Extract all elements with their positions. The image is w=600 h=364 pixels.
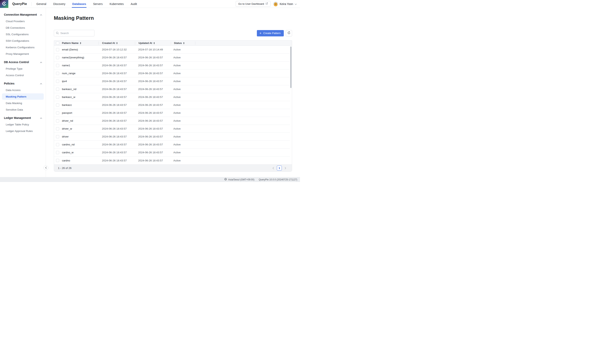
row-checkbox[interactable] [56, 135, 59, 138]
cell-updated-at: 2024-06-26 18:43:57 [135, 80, 170, 83]
sidebar-section-title: DB Access Control [4, 61, 29, 64]
nav-tab-databases[interactable]: Databases [72, 0, 86, 8]
row-checkbox[interactable] [56, 151, 59, 154]
cell-status: Active [170, 135, 195, 138]
select-all-checkbox[interactable] [56, 42, 59, 45]
next-page-button[interactable] [284, 166, 287, 170]
cell-updated-at: 2024-06-26 18:43:57 [135, 135, 170, 138]
cell-created-at: 2024-06-26 18:43:57 [99, 103, 135, 106]
row-checkbox[interactable] [56, 127, 59, 130]
sidebar-item-sensitive-data[interactable]: Sensitive Data [2, 106, 44, 113]
table-row-cardno-w[interactable]: cardno_w2024-06-26 18:43:572024-06-26 18… [54, 149, 290, 157]
refresh-icon [287, 31, 291, 35]
row-checkbox-cell [54, 143, 62, 146]
cell-created-at: 2024-06-26 18:43:57 [99, 64, 135, 67]
cell-created-at: 2024-06-26 18:43:57 [99, 127, 135, 130]
table-scrollbar-thumb[interactable] [290, 47, 291, 88]
table-row-cardno-nd[interactable]: cardno_nd2024-06-26 18:43:572024-06-26 1… [54, 141, 290, 149]
page-number-button[interactable]: 1 [277, 166, 282, 170]
row-checkbox[interactable] [56, 143, 59, 146]
cell-created-at: 2024-06-26 18:43:57 [99, 95, 135, 99]
cell-status: Active [170, 159, 195, 162]
row-checkbox[interactable] [56, 119, 59, 122]
cell-status: Active [170, 64, 195, 67]
masking-pattern-table: Pattern Name Created At Updated At [54, 40, 292, 172]
sidebar-item-ssh-configurations[interactable]: SSH Configurations [2, 37, 44, 44]
sidebar-section-header-db-access-control[interactable]: DB Access Control [0, 59, 46, 65]
table-row-cardno[interactable]: cardno2024-06-26 18:43:572024-06-26 18:4… [54, 157, 290, 164]
table-row-bankacc-w[interactable]: bankacc_w2024-06-26 18:43:572024-06-26 1… [54, 93, 290, 101]
sidebar-item-db-connections[interactable]: DB Connections [2, 25, 44, 31]
sidebar-item-cloud-providers[interactable]: Cloud Providers [2, 18, 44, 24]
row-checkbox[interactable] [56, 111, 59, 114]
table-row-email-demo[interactable]: email (Demo)2024-07-16 10:12:322024-07-1… [54, 46, 290, 54]
row-checkbox[interactable] [56, 56, 59, 59]
timezone-indicator: Asia/Seoul (GMT+09:00) [224, 178, 254, 181]
nav-tab-discovery[interactable]: Discovery [53, 0, 66, 8]
nav-tab-general[interactable]: General [36, 0, 47, 8]
cell-pattern-name: cardno_nd [62, 143, 99, 146]
row-checkbox[interactable] [56, 159, 59, 162]
column-header-created-at[interactable]: Created At [99, 42, 135, 45]
go-to-user-dashboard-button[interactable]: Go to User Dashboard [236, 1, 271, 7]
querypie-logo[interactable] [0, 0, 8, 8]
table-row-ipv4[interactable]: ipv42024-06-26 18:43:572024-06-26 18:43:… [54, 77, 290, 85]
cell-created-at: 2024-06-26 18:43:57 [99, 72, 135, 75]
column-header-pattern-name[interactable]: Pattern Name [62, 42, 99, 45]
search-input[interactable] [54, 30, 94, 37]
sidebar-item-privilege-type[interactable]: Privilege Type [2, 65, 44, 72]
cell-status: Active [170, 143, 195, 146]
sidebar-item-ledger-approval-rules[interactable]: Ledger Approval Rules [2, 128, 44, 134]
sidebar-item-data-access[interactable]: Data Access [2, 87, 44, 93]
refresh-button[interactable] [286, 30, 292, 37]
nav-tab-servers[interactable]: Servers [93, 0, 103, 8]
row-checkbox[interactable] [56, 103, 59, 107]
table-row-bankacc[interactable]: bankacc2024-06-26 18:43:572024-06-26 18:… [54, 101, 290, 109]
timezone-label: Asia/Seoul (GMT+09:00) [228, 178, 254, 181]
row-checkbox[interactable] [56, 95, 59, 99]
row-checkbox[interactable] [56, 88, 59, 91]
table-row-driver[interactable]: driver2024-06-26 18:43:572024-06-26 18:4… [54, 133, 290, 141]
nav-tab-audit[interactable]: Audit [130, 0, 137, 8]
user-menu[interactable]: Keira Yoon [273, 1, 297, 6]
create-pattern-label: Create Pattern [263, 32, 281, 35]
row-checkbox[interactable] [56, 80, 59, 83]
column-header-updated-at[interactable]: Updated At [135, 42, 171, 45]
table-row-driver-nd[interactable]: driver_nd2024-06-26 18:43:572024-06-26 1… [54, 117, 290, 125]
table-footer: 1 - 26 of 26 1 [54, 164, 292, 171]
sidebar-item-ledger-table-policy[interactable]: Ledger Table Policy [2, 121, 44, 128]
sidebar-item-masking-pattern[interactable]: Masking Pattern [2, 93, 44, 100]
table-row-passport[interactable]: passport2024-06-26 18:43:572024-06-26 18… [54, 109, 290, 117]
nav-tab-kubernetes[interactable]: Kubernetes [109, 0, 124, 8]
sidebar-section-header-policies[interactable]: Policies [0, 80, 46, 87]
sidebar-section-header-ledger-management[interactable]: Ledger Management [0, 115, 46, 121]
querypie-logo-icon [2, 1, 7, 7]
external-link-icon [266, 2, 268, 5]
cell-status: Active [170, 127, 195, 130]
row-checkbox[interactable] [56, 72, 59, 75]
sidebar-item-data-masking[interactable]: Data Masking [2, 100, 44, 106]
cell-created-at: 2024-06-26 18:43:57 [99, 151, 135, 154]
sidebar-section-header-connection-management[interactable]: Connection Management [0, 11, 46, 18]
cell-created-at: 2024-06-26 18:43:57 [99, 135, 135, 138]
sidebar-item-kerberos-configurations[interactable]: Kerberos Configurations [2, 44, 44, 50]
cell-created-at: 2024-06-26 18:43:57 [99, 80, 135, 83]
table-row-bankacc-nd[interactable]: bankacc_nd2024-06-26 18:43:572024-06-26 … [54, 85, 290, 93]
table-row-num-range[interactable]: num_range2024-06-26 18:43:572024-06-26 1… [54, 69, 290, 77]
sidebar-item-ssl-configurations[interactable]: SSL Configurations [2, 31, 44, 37]
sidebar-item-proxy-management[interactable]: Proxy Management [2, 51, 44, 57]
row-checkbox[interactable] [56, 48, 59, 51]
create-pattern-button[interactable]: + Create Pattern [257, 30, 284, 37]
sidebar-collapse-button[interactable] [44, 165, 48, 170]
column-header-status[interactable]: Status [171, 42, 195, 45]
table-row-driver-w[interactable]: driver_w2024-06-26 18:43:572024-06-26 18… [54, 125, 290, 133]
primary-nav-tabs: GeneralDiscoveryDatabasesServersKubernet… [36, 0, 143, 8]
row-checkbox[interactable] [56, 64, 59, 67]
sort-icon [183, 42, 184, 44]
table-row-name2-everything[interactable]: name2(everything)2024-06-26 18:43:572024… [54, 54, 290, 62]
sidebar-item-access-control[interactable]: Access Control [2, 72, 44, 78]
version-label: QueryPie 10.0.0 (20240725-171127) [259, 178, 297, 181]
previous-page-button[interactable] [272, 166, 275, 170]
cell-updated-at: 2024-07-16 10:14:49 [135, 48, 170, 51]
table-row-name1[interactable]: name12024-06-26 18:43:572024-06-26 18:43… [54, 62, 290, 69]
